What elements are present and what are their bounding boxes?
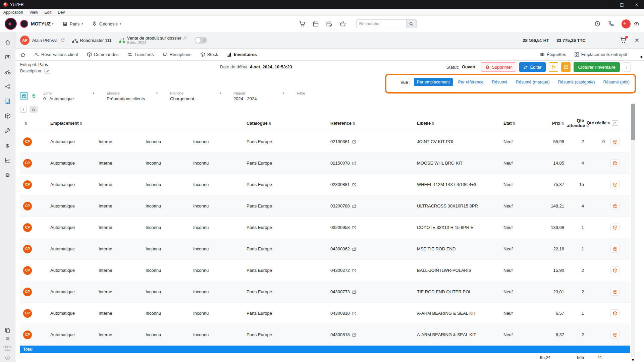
customer-name[interactable]: Alain PRIVAT <box>32 38 58 43</box>
edit-quantities-button[interactable] <box>612 120 618 126</box>
tab-receptions[interactable]: Réceptions <box>163 52 192 57</box>
close-inventory-button[interactable]: Clôturer l'inventaire <box>574 62 620 72</box>
folder-cart-button[interactable] <box>620 37 627 44</box>
tab-inventaires[interactable]: Inventaires <box>227 52 257 57</box>
vehicle-name[interactable]: Roadmaster 111 <box>80 38 112 43</box>
sidebar-item-billing[interactable]: $ <box>0 138 15 153</box>
close-folder-button[interactable]: × <box>635 38 639 43</box>
sidebar-item-workshop[interactable] <box>0 123 15 138</box>
view-resume-button[interactable]: Résumé <box>489 78 511 86</box>
edit-button[interactable]: Éditer <box>519 62 546 72</box>
map-view-toggle[interactable] <box>30 92 38 100</box>
calendar-icon[interactable] <box>313 21 319 27</box>
minimize-button[interactable]: – <box>600 0 614 9</box>
close-button[interactable]: × <box>629 0 644 9</box>
table-row[interactable]: CP Automatique Interne Inconnu Inconnu P… <box>20 238 630 260</box>
row-stock-button[interactable] <box>610 224 620 231</box>
filter-filtre[interactable]: Filtre <box>297 90 305 95</box>
row-stock-button[interactable] <box>610 331 620 339</box>
external-link-icon[interactable] <box>352 247 356 251</box>
filter-etagere[interactable]: Étagère▾ Préparations clients <box>107 90 164 101</box>
table-row[interactable]: CP Automatique Interne Inconnu Inconnu P… <box>20 217 630 238</box>
sidebar-item-network[interactable] <box>0 79 15 94</box>
external-link-icon[interactable] <box>352 204 356 208</box>
table-row[interactable]: CP Automatique Interne Inconnu Inconnu P… <box>20 174 630 195</box>
row-stock-button[interactable] <box>610 181 620 188</box>
col-prix[interactable]: Prix⇅ <box>540 115 566 131</box>
org-name[interactable]: MOTYUZ <box>31 21 51 26</box>
mail-button[interactable] <box>561 62 571 72</box>
eye-icon[interactable] <box>634 21 639 26</box>
col-catalogue[interactable]: Catalogue⇅ <box>245 115 329 131</box>
view-resume-marque-button[interactable]: Résumé (marque) <box>513 78 553 86</box>
cart-icon[interactable] <box>299 20 306 27</box>
table-row[interactable]: CP Automatique Interne Inconnu Inconnu P… <box>20 131 630 153</box>
sidebar-item-products[interactable] <box>0 109 15 123</box>
sidebar-item-settings[interactable]: ⚙ <box>0 168 15 182</box>
site-selector[interactable]: Géonosis ▾ <box>92 21 121 26</box>
view-resume-categorie-button[interactable]: Résumé (catégorie) <box>555 78 598 86</box>
scrollbar-thumb[interactable] <box>631 104 635 140</box>
row-stock-button[interactable] <box>610 202 620 210</box>
table-row[interactable]: CP Automatique Interne Inconnu Inconnu P… <box>20 195 630 217</box>
external-link-icon[interactable] <box>352 226 356 230</box>
row-stock-button[interactable] <box>610 288 620 296</box>
search-input[interactable] <box>356 19 407 28</box>
tab-home[interactable] <box>20 52 25 57</box>
view-resume-prix-button[interactable]: Résumé (prix) <box>600 78 633 86</box>
filter-paquet[interactable]: Paquet▾ 2024 - 2024 <box>233 90 291 101</box>
col-qte-reelle[interactable]: Qté réelle⇅ <box>585 115 606 131</box>
refresh-icon[interactable] <box>60 38 65 43</box>
table-row[interactable]: CP Automatique Interne Inconnu Inconnu P… <box>20 260 630 281</box>
edit-pencil-icon[interactable] <box>183 36 187 40</box>
sidebar-item-home[interactable] <box>0 35 15 50</box>
col-emplacement[interactable]: Emplacement⇅ <box>49 115 97 131</box>
external-link-icon[interactable] <box>352 290 356 294</box>
root-location-button[interactable]: ⌂ <box>30 106 38 113</box>
table-row[interactable]: CP Automatique Interne Inconnu Inconnu P… <box>20 303 630 324</box>
row-options-button[interactable]: ⋮ <box>20 106 27 113</box>
row-stock-button[interactable] <box>610 138 620 145</box>
row-stock-button[interactable] <box>610 245 620 253</box>
external-link-icon[interactable] <box>352 183 356 187</box>
col-qte-attendue[interactable]: Qté attendue⇅ <box>566 115 585 131</box>
box-view-toggle[interactable] <box>20 92 28 100</box>
tab-emplacements-entrepot[interactable]: Emplacements entrepôt <box>574 52 627 57</box>
external-link-icon[interactable] <box>352 333 356 337</box>
folder-info[interactable]: Vente de produit sur dossier 8 déc. 2022 <box>127 36 187 45</box>
menu-dev[interactable]: Dev <box>58 10 65 15</box>
external-link-icon[interactable] <box>352 140 356 144</box>
sidebar-item-media[interactable] <box>0 50 15 64</box>
tab-etiquettes[interactable]: Étiquettes <box>540 52 566 57</box>
row-stock-button[interactable] <box>610 159 620 167</box>
sidebar-item-warehouse[interactable] <box>0 94 15 109</box>
filter-planche[interactable]: Planche▾ Chargement... <box>170 90 228 101</box>
user-avatar[interactable] <box>622 19 631 28</box>
row-stock-button[interactable] <box>610 309 620 317</box>
menu-view[interactable]: View <box>30 10 38 15</box>
col-etat[interactable]: État⇅ <box>502 115 540 131</box>
folder-toggle[interactable] <box>195 37 207 44</box>
table-row[interactable]: CP Automatique Interne Inconnu Inconnu P… <box>20 153 630 174</box>
menu-application[interactable]: Application <box>3 10 23 15</box>
col-libelle[interactable]: Libellé⇅ <box>416 115 502 131</box>
customer-avatar[interactable]: AP <box>20 36 30 45</box>
calendar-edit-icon[interactable] <box>326 21 332 27</box>
org-logo[interactable] <box>5 18 17 30</box>
table-row[interactable]: CP Automatique Interne Inconnu Inconnu P… <box>20 281 630 303</box>
store-selector[interactable]: Paris ▾ <box>62 21 83 26</box>
info-icon[interactable]: i <box>5 356 10 360</box>
more-actions-button[interactable]: ⋮ <box>623 62 631 72</box>
tab-commandes[interactable]: Commandes <box>87 52 119 57</box>
col-reference[interactable]: Référence⇅ <box>329 115 416 131</box>
filter-zone[interactable]: Zone▾ 0 - Automatique <box>43 90 101 101</box>
org-avatar[interactable] <box>20 20 28 28</box>
menu-edit[interactable]: Edit <box>45 10 52 15</box>
vertical-scrollbar[interactable] <box>631 103 635 357</box>
sidebar-item-stats[interactable] <box>0 153 15 168</box>
external-link-icon[interactable] <box>352 268 356 273</box>
row-stock-button[interactable] <box>610 266 620 274</box>
edit-description-button[interactable] <box>44 68 50 74</box>
phone-icon[interactable] <box>608 21 614 27</box>
external-link-icon[interactable] <box>352 161 356 166</box>
